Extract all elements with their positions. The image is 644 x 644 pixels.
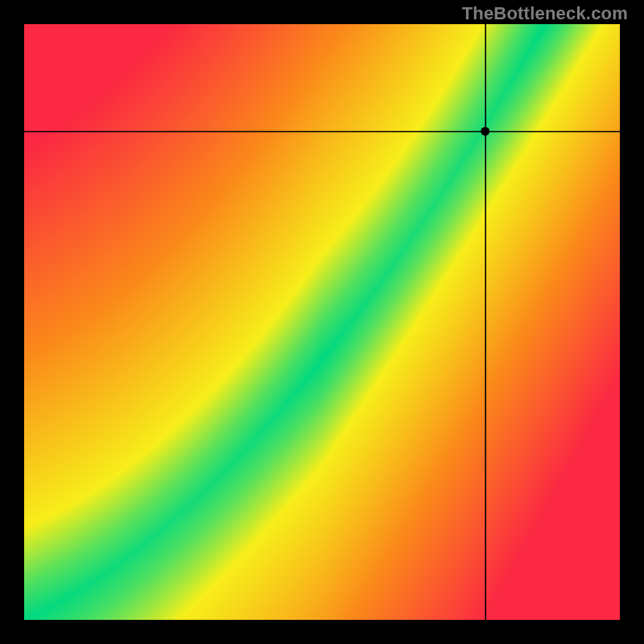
bottleneck-heatmap bbox=[24, 24, 620, 620]
watermark-text: TheBottleneck.com bbox=[462, 3, 628, 24]
chart-frame: TheBottleneck.com bbox=[0, 0, 644, 644]
